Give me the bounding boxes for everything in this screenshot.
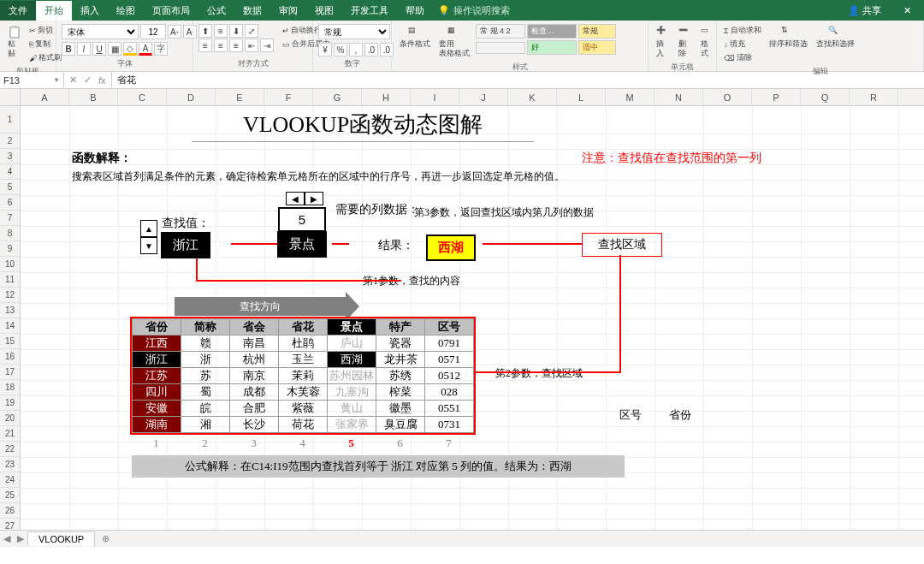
row-head-14[interactable]: 14 xyxy=(0,318,20,334)
row-head-10[interactable]: 10 xyxy=(0,257,20,272)
fx-icon[interactable]: fx xyxy=(98,75,106,86)
format-cells-button[interactable]: ▭格式 xyxy=(698,24,717,60)
font-family-select[interactable]: 宋体 xyxy=(62,24,139,39)
style-normal42[interactable]: 常 规 4 2 xyxy=(476,24,525,39)
row-head-11[interactable]: 11 xyxy=(0,272,20,288)
number-format-select[interactable]: 常规 xyxy=(318,24,390,39)
menu-insert[interactable]: 插入 xyxy=(72,1,108,21)
menu-layout[interactable]: 页面布局 xyxy=(144,1,198,21)
row-head-20[interactable]: 20 xyxy=(0,411,20,426)
align-middle-button[interactable]: ≡ xyxy=(214,24,228,38)
row-head-4[interactable]: 4 xyxy=(0,164,20,180)
row-head-22[interactable]: 22 xyxy=(0,442,20,457)
menu-help[interactable]: 帮助 xyxy=(397,1,433,21)
menu-data[interactable]: 数据 xyxy=(234,1,270,21)
fill-color-button[interactable]: ◇ xyxy=(123,42,137,56)
col-head-G[interactable]: G xyxy=(313,89,362,105)
window-close[interactable]: ✕ xyxy=(890,5,924,16)
col-head-P[interactable]: P xyxy=(752,89,801,105)
align-center-button[interactable]: ≡ xyxy=(214,39,228,52)
col-head-A[interactable]: A xyxy=(21,89,69,105)
row-head-13[interactable]: 13 xyxy=(0,303,20,318)
col-head-C[interactable]: C xyxy=(118,89,167,105)
style-empty[interactable] xyxy=(476,42,525,54)
indent-inc-button[interactable]: ⇥ xyxy=(260,39,274,52)
col-head-F[interactable]: F xyxy=(264,89,313,105)
font-color-button[interactable]: A xyxy=(139,42,152,56)
row-head-3[interactable]: 3 xyxy=(0,149,20,164)
col-head-N[interactable]: N xyxy=(654,89,703,105)
delete-cells-button[interactable]: ➖删除 xyxy=(676,24,695,60)
align-right-button[interactable]: ≡ xyxy=(229,39,243,52)
row-head-17[interactable]: 17 xyxy=(0,365,20,380)
row-head-25[interactable]: 25 xyxy=(0,488,20,503)
cond-format-button[interactable]: ▤条件格式 xyxy=(397,24,433,50)
name-box[interactable]: F13▼ xyxy=(0,72,64,88)
fill-button[interactable]: ↓ 填充 xyxy=(722,38,763,50)
row-head-5[interactable]: 5 xyxy=(0,180,20,195)
formula-input[interactable]: 省花 xyxy=(112,72,924,88)
autosum-button[interactable]: Σ 自动求和 xyxy=(722,24,763,37)
col-head-E[interactable]: E xyxy=(216,89,264,105)
tab-nav-first[interactable]: ◀ xyxy=(0,533,14,544)
row-head-19[interactable]: 19 xyxy=(0,395,20,411)
menu-dev[interactable]: 开发工具 xyxy=(342,1,397,21)
menu-review[interactable]: 审阅 xyxy=(270,1,306,21)
row-head-1[interactable]: 1 xyxy=(0,106,20,134)
menu-view[interactable]: 视图 xyxy=(306,1,342,21)
row-head-18[interactable]: 18 xyxy=(0,380,20,395)
share-button[interactable]: 👤 共享 xyxy=(839,1,890,21)
table-format-button[interactable]: ▦套用 表格格式 xyxy=(436,24,472,60)
style-good[interactable]: 好 xyxy=(527,40,577,55)
sort-filter-button[interactable]: ⇅排序和筛选 xyxy=(767,24,810,50)
col-head-H[interactable]: H xyxy=(362,89,411,105)
border-button[interactable]: ▦ xyxy=(108,42,121,56)
row-head-24[interactable]: 24 xyxy=(0,472,20,488)
tab-nav-prev[interactable]: ▶ xyxy=(14,533,27,544)
col-head-J[interactable]: J xyxy=(459,89,508,105)
find-select-button[interactable]: 🔍查找和选择 xyxy=(814,24,857,50)
row-head-9[interactable]: 9 xyxy=(0,241,20,257)
underline-button[interactable]: U xyxy=(92,42,106,56)
col-head-I[interactable]: I xyxy=(411,89,459,105)
select-all-corner[interactable] xyxy=(0,89,21,105)
stepper-up-button[interactable]: ▲ xyxy=(140,220,157,237)
col-head-M[interactable]: M xyxy=(606,89,654,105)
row-head-16[interactable]: 16 xyxy=(0,349,20,365)
stepper-down-button[interactable]: ▼ xyxy=(140,237,157,254)
sheet-tab[interactable]: VLOOKUP xyxy=(27,531,95,546)
align-top-button[interactable]: ⬆ xyxy=(198,24,212,38)
style-check[interactable]: 检查… xyxy=(527,24,577,39)
insert-cells-button[interactable]: ➕插入 xyxy=(654,24,672,60)
row-head-2[interactable]: 2 xyxy=(0,134,20,149)
menu-file[interactable]: 文件 xyxy=(0,1,36,21)
paste-button[interactable]: 粘贴 xyxy=(5,24,24,60)
tell-me-search[interactable]: 操作说明搜索 xyxy=(453,4,510,17)
phonetic-button[interactable]: 字 xyxy=(154,42,168,56)
stepper-left-button[interactable]: ◀ xyxy=(286,192,305,205)
menu-draw[interactable]: 绘图 xyxy=(108,1,144,21)
menu-formula[interactable]: 公式 xyxy=(198,1,234,21)
bold-button[interactable]: B xyxy=(62,42,75,56)
enter-formula-icon[interactable]: ✓ xyxy=(84,74,92,86)
percent-button[interactable]: % xyxy=(334,43,347,56)
clear-button[interactable]: ⌫ 清除 xyxy=(722,51,763,64)
col-head-B[interactable]: B xyxy=(69,89,118,105)
inc-decimal-button[interactable]: .0 xyxy=(364,43,378,56)
style-neutral[interactable]: 适中 xyxy=(578,40,616,55)
font-size-input[interactable] xyxy=(140,24,166,39)
col-head-L[interactable]: L xyxy=(557,89,606,105)
style-normal[interactable]: 常规 xyxy=(578,24,616,39)
indent-dec-button[interactable]: ⇤ xyxy=(245,39,258,52)
row-head-26[interactable]: 26 xyxy=(0,503,20,519)
menu-home[interactable]: 开始 xyxy=(36,1,72,21)
align-bottom-button[interactable]: ⬇ xyxy=(229,24,243,38)
row-head-23[interactable]: 23 xyxy=(0,457,20,472)
col-head-Q[interactable]: Q xyxy=(801,89,850,105)
row-head-12[interactable]: 12 xyxy=(0,288,20,303)
italic-button[interactable]: I xyxy=(77,42,91,56)
orientation-button[interactable]: ⤢ xyxy=(245,24,258,38)
align-left-button[interactable]: ≡ xyxy=(198,39,212,52)
col-head-R[interactable]: R xyxy=(850,89,898,105)
col-head-K[interactable]: K xyxy=(508,89,557,105)
